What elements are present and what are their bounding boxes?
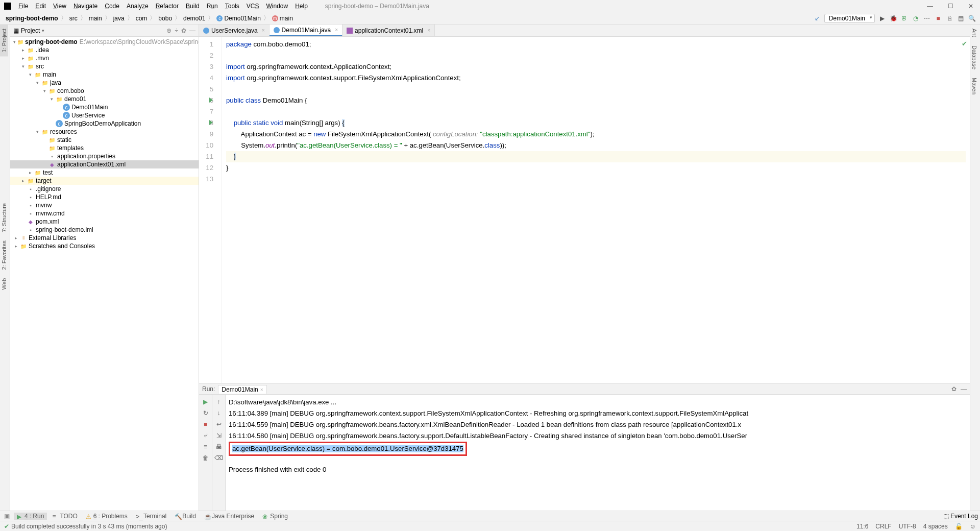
tree-expander[interactable]: ▸ [20,56,26,61]
code-line[interactable]: import org.springframework.context.Appli… [226,61,966,73]
tree-node[interactable]: cUserService [10,111,199,119]
ide-status-icon[interactable]: ☺ [970,523,976,530]
tree-expander[interactable]: ▸ [13,235,18,240]
menu-help[interactable]: Help [292,2,311,11]
tree-node[interactable]: ▸⫴External Libraries [10,234,199,242]
editor-body[interactable]: 12345678910111213 package com.bobo.demo0… [199,37,970,383]
code-line[interactable] [226,174,966,185]
menu-code[interactable]: Code [102,2,122,11]
tree-node[interactable]: ▪HELP.md [10,193,199,201]
menu-build[interactable]: Build [183,2,203,11]
code-line[interactable]: } [226,162,966,174]
btab-java-enterprise[interactable]: ☕ Java Enterprise [201,513,257,520]
tree-node[interactable]: ▪.gitignore [10,185,199,193]
maximize-button[interactable]: ☐ [945,3,955,10]
tree-collapse-icon[interactable]: ÷ [175,27,178,34]
back-icon[interactable]: ↙ [813,14,821,22]
breadcrumb-part[interactable]: bobo [157,15,174,22]
tree-expander[interactable]: ▸ [20,178,26,183]
code-line[interactable]: package com.bobo.demo01; [226,39,966,50]
btab-todo[interactable]: ≡ TODO [49,513,80,520]
tab-close-icon[interactable]: × [262,28,265,33]
code-line[interactable]: ApplicationContext ac = new FileSystemXm… [226,129,966,140]
structure-icon[interactable]: ▤ [957,14,965,22]
console-output[interactable]: D:\software\java\jdk8\bin\java.exe ...16… [226,395,970,511]
run-settings-icon[interactable]: ✿ [951,385,957,393]
code-line[interactable] [226,106,966,117]
menu-file[interactable]: File [15,2,31,11]
vtab-database[interactable]: Database [970,41,978,74]
attach-icon[interactable]: ⋯ [923,14,931,22]
btab-problems[interactable]: ⚠ 6: Problems [83,513,131,520]
menu-refactor[interactable]: Refactor [153,2,182,11]
breadcrumb-part[interactable]: com [134,15,149,22]
breadcrumb-part[interactable]: main [87,15,104,22]
breadcrumb-class[interactable]: cDemo01Main [215,15,262,22]
code-line[interactable]: public class Demo01Main { [226,95,966,106]
code-line[interactable]: import org.springframework.context.suppo… [226,73,966,84]
tree-node[interactable]: ▸📁.mvn [10,54,199,62]
minimize-button[interactable]: — [925,3,935,10]
tree-node[interactable]: ◆pom.xml [10,218,199,226]
tree-node[interactable]: ◆applicationContext01.xml [10,160,199,168]
tree-node[interactable]: ▪spring-boot-demo.iml [10,226,199,234]
run-gutter-icon[interactable] [209,120,213,125]
tree-node[interactable]: 📁static [10,136,199,144]
menu-analyze[interactable]: Analyze [124,2,152,11]
stop-process-icon[interactable]: ■ [202,420,210,428]
tree-node[interactable]: ▪application.properties [10,152,199,160]
tree-node[interactable]: ▸📁target [10,177,199,185]
menu-window[interactable]: Window [263,2,291,11]
tree-expander[interactable]: ▾ [42,88,47,93]
delete-icon[interactable]: 🗑 [202,454,210,462]
tree-expander[interactable]: ▸ [20,47,26,53]
tree-node[interactable]: cDemo01Main [10,103,199,111]
tree-node[interactable]: ▾📁demo01 [10,95,199,103]
run-hide-icon[interactable]: — [961,385,967,393]
clear-icon[interactable]: ⌫ [215,454,223,462]
tree-node[interactable]: cSpringBootDemoApplication [10,119,199,128]
indent[interactable]: 4 spaces [923,523,948,530]
tree-node[interactable]: ▾📁main [10,70,199,79]
project-header-title[interactable]: Project [21,27,40,34]
editor-tab[interactable]: Demo01Main.java× [270,25,343,36]
stop-icon[interactable]: ■ [934,14,942,22]
run-tab-close-icon[interactable]: × [260,387,263,393]
code-area[interactable]: package com.bobo.demo01; import org.spri… [222,37,970,383]
print-icon[interactable]: 🖶 [215,443,223,451]
encoding[interactable]: UTF-8 [899,523,916,530]
code-line[interactable] [226,50,966,61]
tree-node[interactable]: ▸📁.idea [10,46,199,54]
down-icon[interactable]: ↓ [215,409,223,417]
event-log-button[interactable]: ⬚ Event Log [943,513,978,520]
tree-expander[interactable]: ▾ [35,80,40,85]
vtab-maven[interactable]: Maven [970,74,978,99]
tool-windows-icon[interactable]: ▣ [2,513,12,520]
tree-node[interactable]: 📁templates [10,144,199,152]
tree-node[interactable]: ▾📁src [10,62,199,70]
scroll-end-icon[interactable]: ⇲ [215,431,223,440]
tree-node[interactable]: ▪mvnw.cmd [10,209,199,218]
tree-settings-icon[interactable]: ✿ [181,27,186,34]
code-line[interactable]: public static void main(String[] args) { [226,117,966,129]
soft-wrap-icon[interactable]: ↩ [215,420,223,428]
code-line[interactable]: } [226,151,966,162]
profile-icon[interactable]: ◔ [912,14,920,22]
menu-run[interactable]: Run [204,2,221,11]
rerun-icon[interactable]: ▶ [202,398,210,406]
vtab-web[interactable]: Web [0,274,8,294]
editor-tab[interactable]: applicationContext01.xml× [342,25,435,36]
vtab-project[interactable]: 1: Project [0,25,8,56]
run-tab[interactable]: Demo01Main × [218,385,266,394]
exit-icon[interactable]: ⤶ [202,431,210,440]
up-icon[interactable]: ↑ [215,398,223,406]
coverage-icon[interactable]: ⛨ [900,14,909,22]
btab-spring[interactable]: ❀ Spring [259,513,291,520]
tab-close-icon[interactable]: × [335,27,338,33]
tree-hide-icon[interactable]: — [189,27,195,34]
menu-view[interactable]: View [50,2,69,11]
btab-run[interactable]: ▶ 4: Run [14,513,47,520]
vtab-structure[interactable]: 7: Structure [0,199,8,236]
tree-expander[interactable]: ▾ [28,72,33,77]
debug-icon[interactable]: 🐞 [889,14,897,22]
